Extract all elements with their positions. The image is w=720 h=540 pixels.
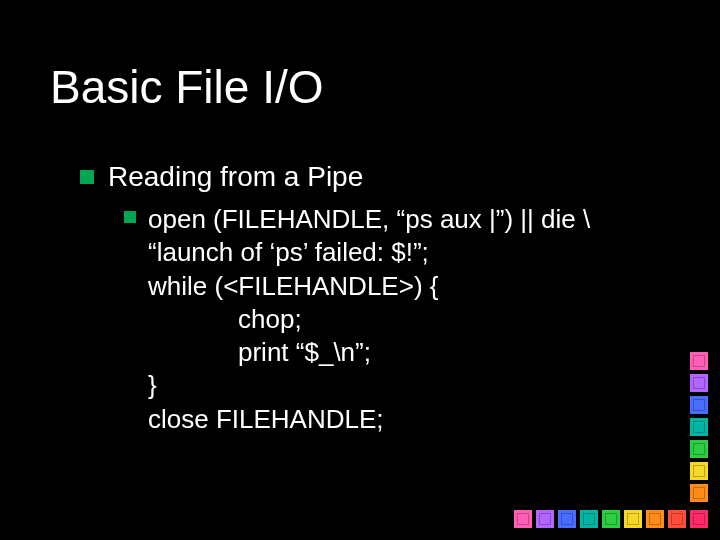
code-block: open (FILEHANDLE, “ps aux |”) || die \ “…: [148, 203, 590, 436]
palette-square: [690, 374, 708, 392]
palette-square: [690, 440, 708, 458]
code-line: open (FILEHANDLE, “ps aux |”) || die \: [148, 204, 590, 234]
palette-square: [690, 510, 708, 528]
palette-square: [690, 484, 708, 502]
slide-title: Basic File I/O: [50, 60, 324, 114]
theme-palette-horizontal: [510, 510, 708, 528]
square-bullet-icon: [124, 211, 136, 223]
palette-square: [514, 510, 532, 528]
bullet-level-1: Reading from a Pipe: [80, 160, 640, 193]
palette-square: [602, 510, 620, 528]
code-line: print “$_\n”;: [148, 337, 371, 367]
theme-palette-vertical: [690, 352, 708, 506]
code-line: while (<FILEHANDLE>) {: [148, 271, 438, 301]
palette-square: [580, 510, 598, 528]
palette-square: [690, 352, 708, 370]
palette-square: [624, 510, 642, 528]
palette-square: [690, 396, 708, 414]
code-line: close FILEHANDLE;: [148, 404, 384, 434]
palette-square: [690, 462, 708, 480]
code-line: }: [148, 370, 157, 400]
slide: Basic File I/O Reading from a Pipe open …: [0, 0, 720, 540]
code-line: “launch of ‘ps’ failed: $!”;: [148, 237, 429, 267]
slide-body: Reading from a Pipe open (FILEHANDLE, “p…: [80, 160, 640, 436]
subtitle-text: Reading from a Pipe: [108, 160, 363, 193]
palette-square: [690, 418, 708, 436]
palette-square: [536, 510, 554, 528]
bullet-level-2: open (FILEHANDLE, “ps aux |”) || die \ “…: [124, 203, 640, 436]
palette-square: [558, 510, 576, 528]
code-line: chop;: [148, 304, 302, 334]
palette-square: [646, 510, 664, 528]
palette-square: [668, 510, 686, 528]
square-bullet-icon: [80, 170, 94, 184]
